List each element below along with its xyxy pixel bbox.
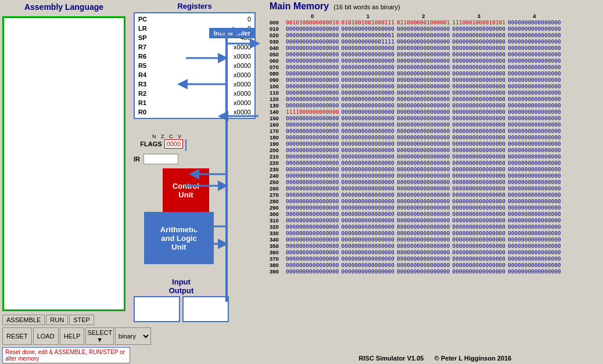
memory-cell[interactable]: 0000000000000000 bbox=[507, 243, 562, 249]
memory-cell[interactable]: 0000000000000000 bbox=[507, 51, 562, 57]
memory-cell[interactable]: 0000000000000000 bbox=[507, 45, 562, 51]
memory-cell[interactable]: 0000000000000000 bbox=[451, 204, 507, 211]
memory-cell[interactable]: 0000000000000000 bbox=[451, 262, 507, 268]
memory-cell[interactable]: 0000000000000000 bbox=[507, 236, 562, 243]
memory-cell[interactable]: 0000000000000000 bbox=[507, 115, 562, 121]
select-button[interactable]: SELECT ▼ bbox=[85, 327, 114, 345]
memory-cell[interactable]: 0000000000000000 bbox=[340, 160, 396, 166]
memory-cell[interactable]: 0000000000000000 bbox=[285, 224, 340, 230]
memory-cell[interactable]: 0000000000000000 bbox=[396, 102, 451, 109]
memory-cell[interactable]: 0000000000000000 bbox=[340, 96, 396, 102]
memory-cell[interactable]: 0000000000000000 bbox=[451, 236, 507, 243]
memory-cell[interactable]: 0000000000000000 bbox=[396, 51, 451, 57]
memory-cell[interactable]: 0000000000000000 bbox=[285, 115, 340, 121]
memory-cell[interactable]: 0000000000000000 bbox=[340, 109, 396, 115]
memory-cell[interactable]: 0000000000000000 bbox=[340, 217, 396, 224]
memory-cell[interactable]: 0000000000000000 bbox=[285, 255, 340, 262]
memory-cell[interactable]: 0000000000000000 bbox=[507, 109, 562, 115]
memory-cell[interactable]: 0000000000000000 bbox=[451, 26, 507, 32]
memory-cell[interactable]: 1110001000010101 bbox=[451, 19, 507, 26]
memory-cell[interactable]: 0000000000000000 bbox=[396, 249, 451, 255]
memory-cell[interactable]: 0000000000000000 bbox=[285, 236, 340, 243]
memory-cell[interactable]: 0000000000000000 bbox=[451, 128, 507, 134]
memory-cell[interactable]: 0000000000000000 bbox=[340, 166, 396, 172]
memory-cell[interactable]: 0000000000000000 bbox=[285, 211, 340, 217]
memory-cell[interactable]: 0000000000000000 bbox=[396, 172, 451, 179]
memory-cell[interactable]: 0000000000000000 bbox=[340, 26, 396, 32]
memory-cell[interactable]: 0000000000000000 bbox=[507, 230, 562, 236]
memory-cell[interactable]: 0000000000000000 bbox=[451, 217, 507, 224]
memory-cell[interactable]: 0000000000000000 bbox=[285, 230, 340, 236]
memory-cell[interactable]: 0000000000000000 bbox=[396, 26, 451, 32]
step-button[interactable]: STEP bbox=[69, 315, 94, 325]
memory-cell[interactable]: 0101001001000111 bbox=[340, 19, 396, 26]
memory-cell[interactable]: 0000000000000000 bbox=[396, 64, 451, 70]
memory-cell[interactable]: 0000000000000000 bbox=[396, 185, 451, 192]
memory-cell[interactable]: 0000000000000000 bbox=[451, 83, 507, 89]
memory-cell[interactable]: 0000000000000000 bbox=[451, 230, 507, 236]
memory-cell[interactable]: 0000000000000000 bbox=[451, 51, 507, 57]
memory-cell[interactable]: 0000000000000000 bbox=[507, 70, 562, 77]
memory-cell[interactable]: 0000000000000000 bbox=[396, 121, 451, 128]
memory-cell[interactable]: 0000000000000000 bbox=[340, 57, 396, 64]
memory-cell[interactable]: 0000000000000000 bbox=[507, 255, 562, 262]
help-button[interactable]: HELP bbox=[60, 327, 85, 345]
memory-cell[interactable]: 0000000000000000 bbox=[451, 211, 507, 217]
memory-cell[interactable]: 0000000000000000 bbox=[451, 179, 507, 185]
incrementer-button[interactable]: Incrementer bbox=[209, 28, 255, 38]
memory-cell[interactable]: 0000000000000000 bbox=[285, 179, 340, 185]
memory-cell[interactable]: 0000000000000000 bbox=[451, 185, 507, 192]
memory-cell[interactable]: 1111000000000000 bbox=[285, 109, 340, 115]
memory-cell[interactable]: 0000000000000000 bbox=[340, 77, 396, 83]
memory-cell[interactable]: 0000000000000000 bbox=[340, 45, 396, 51]
memory-cell[interactable]: 0000000000000000 bbox=[396, 96, 451, 102]
memory-cell[interactable]: 0000000000000000 bbox=[285, 64, 340, 70]
memory-cell[interactable]: 0000000000000000 bbox=[340, 236, 396, 243]
memory-cell[interactable]: 0000000000000000 bbox=[507, 204, 562, 211]
memory-cell[interactable]: 0000000000000000 bbox=[340, 192, 396, 198]
memory-cell[interactable]: 0000000000000000 bbox=[451, 32, 507, 38]
memory-cell[interactable]: 0000000000000000 bbox=[285, 26, 340, 32]
memory-cell[interactable]: 0000000000000000 bbox=[451, 249, 507, 255]
memory-cell[interactable]: 0000000000000000 bbox=[396, 211, 451, 217]
memory-cell[interactable]: 0000000000000000 bbox=[451, 96, 507, 102]
memory-cell[interactable]: 0000000000000000 bbox=[507, 185, 562, 192]
memory-cell[interactable]: 0000000000000000 bbox=[451, 45, 507, 51]
memory-cell[interactable]: 0000000000000000 bbox=[507, 198, 562, 204]
memory-cell[interactable]: 0000000000000000 bbox=[285, 89, 340, 96]
memory-cell[interactable]: 0000000000000000 bbox=[340, 83, 396, 89]
memory-cell[interactable]: 0000000000000000 bbox=[451, 172, 507, 179]
memory-cell[interactable]: 0000000000000000 bbox=[396, 128, 451, 134]
reset-button[interactable]: RESET bbox=[2, 327, 32, 345]
memory-cell[interactable]: 0000000000000000 bbox=[451, 57, 507, 64]
memory-cell[interactable]: 0000000000000000 bbox=[285, 57, 340, 64]
memory-cell[interactable]: 0000000000000000 bbox=[451, 153, 507, 160]
memory-cell[interactable]: 0000000000000000 bbox=[340, 115, 396, 121]
memory-cell[interactable]: 0000000000000000 bbox=[285, 32, 340, 38]
memory-cell[interactable]: 0000000000000000 bbox=[451, 198, 507, 204]
memory-cell[interactable]: 0000000000000000 bbox=[396, 268, 451, 275]
memory-cell[interactable]: 0000000000000000 bbox=[507, 211, 562, 217]
memory-cell[interactable]: 0000000000000000 bbox=[340, 255, 396, 262]
memory-cell[interactable]: 0000000000000000 bbox=[340, 268, 396, 275]
memory-cell[interactable]: 0000000000000000 bbox=[340, 172, 396, 179]
memory-cell[interactable]: 0000000000000000 bbox=[285, 160, 340, 166]
memory-cell[interactable]: 0000000000000000 bbox=[396, 70, 451, 77]
memory-cell[interactable]: 0000000000000000 bbox=[507, 160, 562, 166]
memory-cell[interactable]: 0000000000000000 bbox=[285, 217, 340, 224]
memory-cell[interactable]: 0000000000000000 bbox=[451, 268, 507, 275]
memory-cell[interactable]: 0000000000000000 bbox=[451, 140, 507, 147]
memory-cell[interactable]: 0000000000000000 bbox=[507, 128, 562, 134]
memory-cell[interactable]: 0000000000000000 bbox=[451, 134, 507, 140]
memory-cell[interactable]: 0000000000000000 bbox=[285, 140, 340, 147]
memory-cell[interactable]: 0000000000000000 bbox=[451, 160, 507, 166]
memory-cell[interactable]: 0000000000000000 bbox=[396, 147, 451, 153]
memory-cell[interactable]: 0000000000000000 bbox=[340, 243, 396, 249]
memory-cell[interactable]: 0000000000000000 bbox=[285, 83, 340, 89]
memory-cell[interactable]: 0000000000000000 bbox=[396, 83, 451, 89]
memory-cell[interactable]: 0000000000000000 bbox=[396, 262, 451, 268]
memory-cell[interactable]: 0110000001000001 bbox=[396, 19, 451, 26]
memory-cell[interactable]: 0000000000000000 bbox=[285, 185, 340, 192]
memory-cell[interactable]: 0000000000000000 bbox=[451, 102, 507, 109]
memory-cell[interactable]: 0000000000000000 bbox=[396, 109, 451, 115]
